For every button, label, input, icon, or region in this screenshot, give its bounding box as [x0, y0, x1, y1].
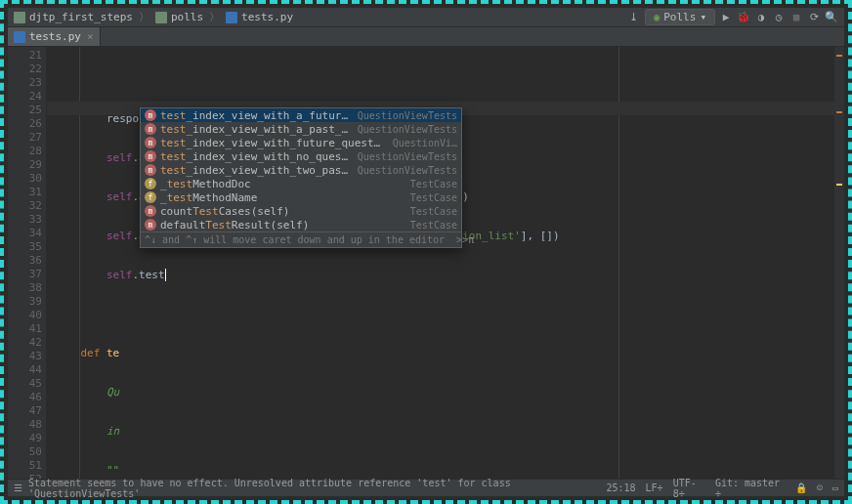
line-number[interactable]: 22 [8, 63, 42, 76]
line-separator[interactable]: LF÷ [646, 483, 663, 493]
line-number[interactable]: 41 [8, 322, 42, 336]
line-number[interactable]: 33 [8, 213, 42, 227]
completion-item-name: test_index_view_with_two_past_questions(… [160, 164, 352, 177]
completion-item-origin: QuestionViewTests [358, 151, 457, 162]
completion-item-origin: TestCase [410, 206, 457, 217]
memory-indicator-icon[interactable]: ▭ [832, 483, 838, 493]
completion-item-origin: TestCase [410, 220, 457, 231]
line-number[interactable]: 45 [8, 377, 42, 391]
line-number[interactable]: 40 [8, 309, 42, 322]
editor[interactable]: 2122232425262728293031323334353637383940… [8, 47, 844, 479]
caret-position[interactable]: 25:18 [606, 483, 635, 493]
breadcrumb-file[interactable]: tests.py [226, 11, 293, 23]
completion-item-origin: TestCase [410, 192, 457, 203]
method-icon: m [145, 150, 156, 162]
code-area[interactable]: response = self.client.get(reverse('poll… [47, 47, 844, 479]
line-gutter[interactable]: 2122232425262728293031323334353637383940… [8, 47, 47, 479]
line-number[interactable]: 24 [8, 90, 42, 104]
line-number[interactable]: 25 [8, 104, 42, 117]
lock-icon[interactable]: 🔒 [795, 483, 807, 493]
build-icon[interactable]: ⤓ [627, 11, 641, 23]
field-icon: f [145, 178, 156, 189]
line-number[interactable]: 51 [8, 459, 42, 473]
completion-item[interactable]: mtest_index_view_with_two_past_questions… [141, 163, 461, 177]
completion-item-name: test_index_view_with_no_questions(self) [160, 150, 352, 163]
line-number[interactable]: 48 [8, 418, 42, 432]
breadcrumb-sep: 〉 [139, 10, 149, 24]
completion-item-origin: QuestionViewTests [358, 110, 457, 121]
line-number[interactable]: 35 [8, 240, 42, 254]
field-icon: f [145, 191, 156, 203]
breadcrumb-bar: djtp_first_steps 〉 polls 〉 tests.py ⤓ ◉ … [8, 8, 844, 27]
method-icon: m [145, 109, 156, 121]
completion-item[interactable]: mtest_index_view_with_a_past_question(se… [141, 122, 461, 136]
line-number[interactable]: 43 [8, 350, 42, 363]
run-configuration-dropdown[interactable]: ◉ Polls ▾ [645, 9, 715, 25]
python-file-icon [14, 31, 25, 43]
close-icon[interactable]: × [87, 30, 94, 43]
editor-tabs: tests.py × [8, 27, 844, 47]
line-number[interactable]: 31 [8, 186, 42, 199]
line-number[interactable]: 44 [8, 363, 42, 377]
run-icon[interactable]: ▶ [719, 11, 733, 23]
tab-tests-py[interactable]: tests.py × [8, 27, 101, 46]
search-icon[interactable]: 🔍 [825, 11, 838, 23]
line-number[interactable]: 49 [8, 432, 42, 445]
chevron-down-icon: ▾ [700, 11, 706, 23]
completion-item-origin: QuestionViewTests [358, 165, 457, 176]
line-number[interactable]: 37 [8, 268, 42, 281]
method-icon: m [145, 219, 156, 231]
completion-item-name: test_index_view_with_a_past_question(sel… [160, 123, 352, 136]
line-number[interactable]: 32 [8, 199, 42, 213]
line-number[interactable]: 47 [8, 404, 42, 418]
method-icon: m [145, 137, 156, 148]
completion-item-origin: QuestionViewTests [358, 124, 457, 135]
line-number[interactable]: 26 [8, 117, 42, 131]
file-encoding[interactable]: UTF-8÷ [673, 478, 705, 499]
completion-item[interactable]: mcountTestCases(self)TestCase [141, 204, 461, 218]
run-with-coverage-icon[interactable]: ◑ [754, 11, 768, 23]
completion-item-name: test_index_view_with_a_future_question(s… [160, 109, 352, 122]
completion-item[interactable]: mdefaultTestResult(self)TestCase [141, 218, 461, 231]
git-branch[interactable]: Git: master ÷ [715, 478, 786, 499]
method-icon: m [145, 164, 156, 176]
debug-icon[interactable]: 🐞 [737, 11, 750, 23]
line-number[interactable]: 30 [8, 172, 42, 186]
breadcrumb-label: djtp_first_steps [29, 11, 133, 23]
line-number[interactable]: 39 [8, 295, 42, 309]
completion-item-name: _testMethodName [160, 191, 405, 204]
method-icon: m [145, 205, 156, 217]
line-number[interactable]: 42 [8, 336, 42, 350]
hector-inspection-icon[interactable]: ☺ [817, 483, 823, 493]
tab-label: tests.py [29, 30, 81, 43]
breadcrumb-project[interactable]: djtp_first_steps [14, 11, 133, 23]
line-number[interactable]: 27 [8, 131, 42, 145]
line-number[interactable]: 36 [8, 254, 42, 268]
completion-item-name: _testMethodDoc [160, 178, 405, 190]
breadcrumb-folder[interactable]: polls [155, 11, 203, 23]
stop-icon[interactable]: ■ [789, 11, 803, 23]
line-number[interactable]: 29 [8, 158, 42, 172]
line-number[interactable]: 50 [8, 445, 42, 459]
completion-item[interactable]: f_testMethodNameTestCase [141, 190, 461, 204]
breadcrumb-label: polls [171, 11, 203, 23]
line-number[interactable]: 34 [8, 227, 42, 240]
method-icon: m [145, 123, 156, 135]
completion-item[interactable]: mtest_index_view_with_no_questions(self)… [141, 149, 461, 163]
line-number[interactable]: 52 [8, 473, 42, 479]
completion-hint: ^↓ and ^↑ will move caret down and up in… [141, 231, 461, 247]
status-bar: ☰ Statement seems to have no effect. Unr… [8, 479, 844, 496]
line-number[interactable]: 23 [8, 76, 42, 90]
completion-item[interactable]: f_testMethodDocTestCase [141, 177, 461, 190]
completion-item[interactable]: mtest_index_view_with_future_question_an… [141, 136, 461, 149]
update-icon[interactable]: ⟳ [807, 11, 821, 23]
completion-item[interactable]: mtest_index_view_with_a_future_question(… [141, 108, 461, 122]
line-number[interactable]: 21 [8, 49, 42, 63]
line-number[interactable]: 38 [8, 281, 42, 295]
code-completion-popup[interactable]: mtest_index_view_with_a_future_question(… [140, 107, 462, 248]
error-stripe[interactable] [834, 47, 844, 479]
hector-icon[interactable]: ☰ [14, 483, 22, 493]
line-number[interactable]: 28 [8, 145, 42, 158]
line-number[interactable]: 46 [8, 391, 42, 404]
profile-icon[interactable]: ◷ [772, 11, 786, 23]
